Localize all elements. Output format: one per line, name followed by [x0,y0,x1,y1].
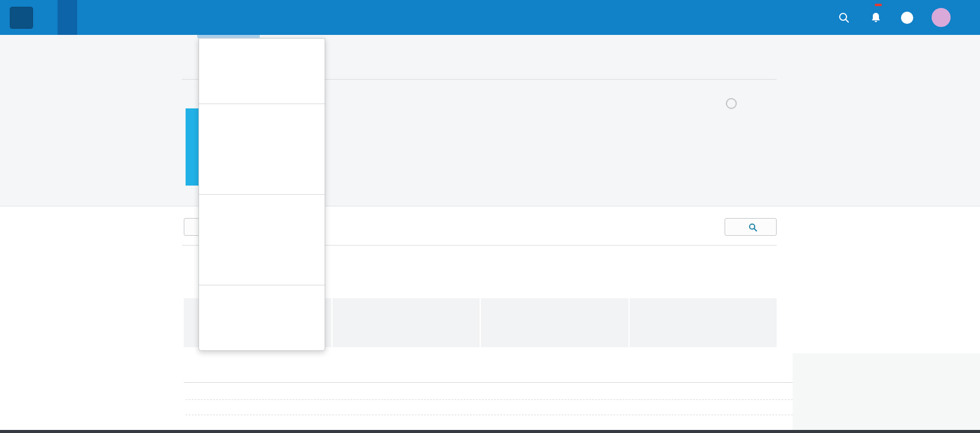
gridline-2000 [186,399,793,400]
notifications-button[interactable] [869,11,883,24]
legend-item-paid [782,360,790,366]
legend-item-due [766,360,774,366]
help-button[interactable] [901,12,913,24]
user-avatar[interactable] [932,8,951,27]
menu-item-short-term-cash-flow[interactable] [199,46,325,71]
menu-group-3 [199,194,325,285]
menu-group-4 [199,285,325,350]
quick-add-button[interactable] [805,11,819,24]
gridline-1500 [186,415,793,415]
search-bills-button[interactable] [725,218,777,236]
nav-item-contacts[interactable] [136,0,156,35]
org-menu-button[interactable] [10,7,33,29]
notification-badge [875,4,882,6]
nav-item-accounting[interactable] [77,0,97,35]
nav-item-projects[interactable] [116,0,136,35]
nav-item-dashboard[interactable] [38,0,58,35]
paid-dot-icon [782,360,787,366]
app-window [0,0,980,433]
menu-item-sales-overview[interactable] [199,162,325,187]
menu-item-purchase-orders[interactable] [199,227,325,252]
nav-utilities [805,8,980,27]
nav-item-business[interactable] [58,0,77,35]
menu-group-1 [199,39,325,104]
chart-right-margin [793,353,980,430]
hide-help-button[interactable] [722,98,737,109]
bills-card-awaiting-payment[interactable] [481,298,628,347]
chart-top-border [184,382,793,383]
search-icon [838,12,850,24]
business-dropdown-menu [198,38,325,351]
menu-group-2 [199,104,325,194]
close-icon [726,98,737,109]
viewport-bottom-edge [0,430,980,433]
menu-item-business-snapshot[interactable] [199,71,325,96]
search-button[interactable] [837,11,851,24]
menu-item-quotes[interactable] [199,137,325,162]
bills-card-awaiting-approval[interactable] [333,298,480,347]
search-icon [748,223,757,232]
bills-card-overdue[interactable] [630,298,777,347]
menu-item-purchase-overview[interactable] [199,252,325,277]
chart-legend [692,360,790,366]
page-header-band [0,35,980,206]
active-tab-connector [197,35,260,38]
top-nav [0,0,980,35]
nav-item-payroll[interactable] [97,0,116,35]
menu-item-expense-claims[interactable] [199,293,325,318]
bell-icon [870,12,882,24]
menu-item-bills-to-pay[interactable] [199,202,325,227]
menu-item-invoices[interactable] [199,111,325,137]
due-dot-icon [766,360,771,366]
nav-tabs [38,0,156,35]
menu-item-products-and-services[interactable] [199,318,325,343]
